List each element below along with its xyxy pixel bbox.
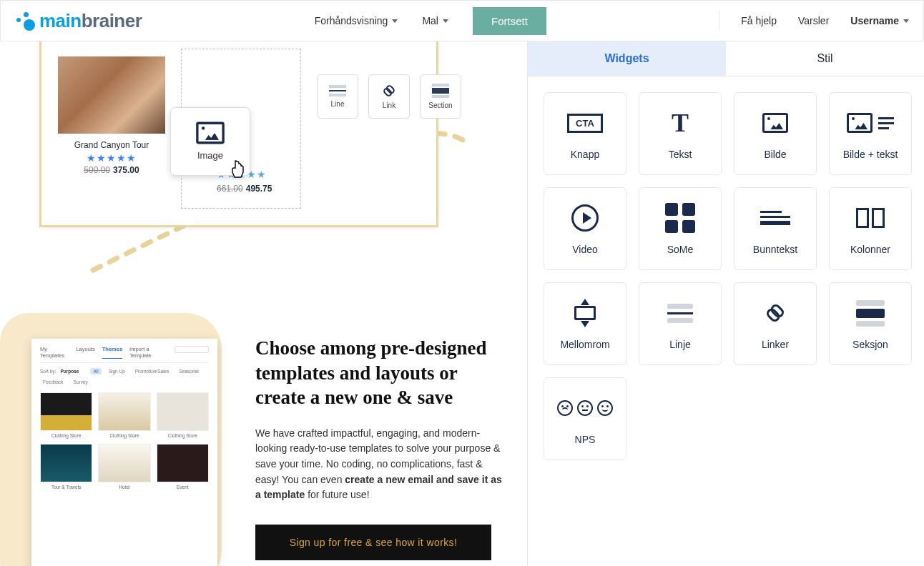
widget-line-label: Linje	[669, 339, 691, 350]
logo[interactable]: mainbrainer	[15, 10, 142, 32]
widget-section-label: Seksjon	[852, 339, 888, 350]
widget-columns[interactable]: Kolonner	[829, 187, 912, 270]
app-header: mainbrainer Forhåndsvisning Mal Fortsett…	[0, 0, 924, 41]
tp-card-caption: Clothing Store	[98, 433, 150, 438]
divider	[719, 11, 719, 31]
help-link[interactable]: Få hjelp	[741, 15, 777, 26]
template-label: Mal	[422, 15, 438, 26]
username-label: Username	[850, 15, 899, 26]
social-icons	[665, 202, 695, 234]
play-icon	[571, 202, 599, 234]
spacer-icon	[574, 297, 596, 329]
templates-panel-preview: My Templates Layouts Themes Import a Tem…	[31, 339, 217, 566]
tp-filter-chip[interactable]: Promotion/Sales	[132, 368, 172, 374]
tp-tab[interactable]: Import a Template	[129, 346, 167, 359]
tp-filter-chip[interactable]: Seasonal	[176, 368, 201, 374]
tp-tab-active[interactable]: Themes	[102, 346, 122, 359]
cta-text: CTA	[567, 114, 603, 133]
tp-sort-value[interactable]: Purpose	[60, 369, 79, 374]
tp-card[interactable]: Event	[157, 444, 209, 490]
continue-button[interactable]: Fortsett	[473, 7, 546, 35]
tp-card-caption: Clothing Store	[157, 433, 209, 438]
tp-card-caption: Hotel	[98, 485, 150, 490]
tab-widgets[interactable]: Widgets	[528, 41, 726, 76]
widget-text-label: Tekst	[669, 149, 692, 160]
link-icon	[382, 84, 395, 97]
text-icon: T	[672, 107, 689, 139]
tp-card[interactable]: Hotel	[98, 444, 150, 490]
widget-image-text[interactable]: Bilde + tekst	[829, 92, 912, 175]
widget-some[interactable]: SoMe	[639, 187, 722, 270]
tp-tabs: My Templates Layouts Themes Import a Tem…	[40, 346, 209, 363]
widget-image-label: Bilde	[764, 149, 786, 160]
mini-tool-section-label: Section	[428, 101, 452, 109]
widget-video-label: Video	[572, 244, 598, 255]
section-icon	[856, 297, 885, 329]
widget-footer[interactable]: Bunntekst	[734, 187, 817, 270]
mini-tool-link[interactable]: Link	[368, 74, 410, 119]
dragging-widget-label: Image	[197, 150, 223, 161]
link-icon	[767, 297, 783, 329]
alerts-link[interactable]: Varsler	[798, 15, 829, 26]
mini-tool-section[interactable]: Section	[420, 74, 461, 119]
tp-filter-chip[interactable]: Feedback	[40, 379, 67, 385]
caret-down-icon	[443, 19, 448, 23]
mini-tool-line[interactable]: Line	[317, 74, 358, 119]
tp-filter-chip[interactable]: Survey	[71, 379, 91, 385]
header-right: Få hjelp Varsler Username	[719, 11, 909, 31]
caret-down-icon	[392, 19, 398, 23]
tp-card[interactable]: Clothing Store	[157, 392, 209, 438]
section-icon	[432, 84, 449, 98]
widget-button[interactable]: CTA Knapp	[544, 92, 626, 175]
new-price: 375.00	[113, 165, 139, 175]
widget-video[interactable]: Video	[544, 187, 626, 270]
tp-sort-label: Sort by:	[40, 369, 56, 374]
header-center: Forhåndsvisning Mal Fortsett	[142, 7, 719, 35]
widget-text[interactable]: T Tekst	[639, 92, 722, 175]
price-row: 500.00375.00	[54, 165, 169, 175]
hero-section: Choose among pre-designed templates and …	[255, 336, 506, 560]
tab-style[interactable]: Stil	[726, 41, 924, 76]
showcase-area: Grand Canyon Tour ★★★★★ 500.00375.00 ★★★…	[0, 41, 527, 566]
widget-nps[interactable]: NPS	[544, 377, 626, 460]
widget-footer-label: Bunntekst	[753, 244, 797, 255]
tp-thumb	[40, 392, 92, 431]
line-icon	[329, 85, 346, 96]
columns-icon	[856, 202, 885, 234]
tp-filter-chip[interactable]: All	[90, 368, 101, 374]
widget-image[interactable]: Bilde	[734, 92, 817, 175]
tp-card[interactable]: Tour & Travels	[40, 444, 92, 490]
widgets-grid: CTA Knapp T Tekst Bilde Bilde + tekst	[528, 76, 924, 476]
widget-image-text-label: Bilde + tekst	[843, 149, 898, 160]
signup-button[interactable]: Sign up for free & see how it works!	[255, 525, 491, 560]
preview-dropdown[interactable]: Forhåndsvisning	[315, 15, 398, 26]
product-title: Grand Canyon Tour	[54, 140, 169, 150]
user-menu[interactable]: Username	[850, 15, 909, 26]
tp-search-input[interactable]	[175, 346, 209, 353]
image-text-icon	[847, 107, 894, 139]
widget-nps-label: NPS	[575, 434, 596, 445]
widget-line[interactable]: Linje	[639, 282, 722, 365]
tp-thumb	[40, 444, 92, 482]
tp-filters: Sort by: Purpose All Sign Up Promotion/S…	[40, 368, 209, 385]
tp-card[interactable]: Clothing Store	[98, 392, 150, 438]
tp-tab[interactable]: My Templates	[40, 346, 69, 359]
product-card: Grand Canyon Tour ★★★★★ 500.00375.00	[54, 56, 169, 175]
template-dropdown[interactable]: Mal	[422, 15, 448, 26]
tp-card-caption: Event	[157, 485, 209, 490]
logo-brainer: brainer	[82, 10, 142, 32]
side-panel: Widgets Stil CTA Knapp T Tekst Bilde B	[527, 41, 924, 566]
logo-main: main	[39, 10, 82, 32]
tp-tab[interactable]: Layouts	[76, 346, 94, 359]
old-price: 500.00	[84, 165, 110, 175]
widget-spacer[interactable]: Mellomrom	[544, 282, 626, 365]
tp-filter-chip[interactable]: Sign Up	[106, 368, 128, 374]
widget-links[interactable]: Linker	[734, 282, 817, 365]
tp-card[interactable]: Clothing Store	[40, 392, 92, 438]
mini-tool-link-label: Link	[383, 101, 395, 109]
panel-tabs: Widgets Stil	[528, 41, 924, 76]
tp-thumb	[98, 444, 150, 482]
logo-dots-icon	[15, 11, 35, 31]
hero-heading: Choose among pre-designed templates and …	[255, 336, 506, 410]
widget-section[interactable]: Seksjon	[829, 282, 912, 365]
